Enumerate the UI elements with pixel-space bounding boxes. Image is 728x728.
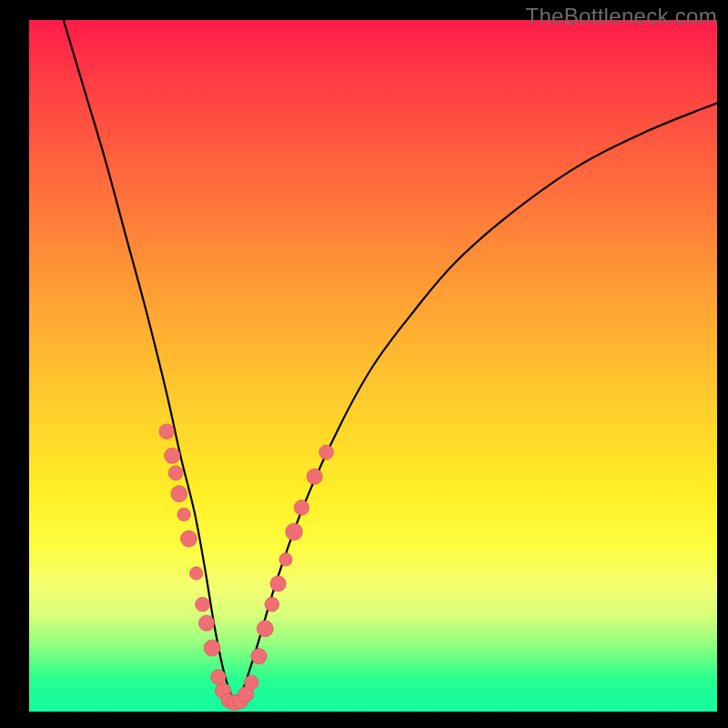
data-marker: [279, 553, 292, 566]
watermark-text: TheBottleneck.com: [525, 4, 717, 29]
data-marker: [159, 424, 175, 440]
data-marker: [294, 500, 309, 516]
data-marker: [180, 531, 197, 547]
data-marker: [190, 567, 203, 580]
data-marker: [319, 445, 334, 460]
plot-area: [29, 20, 717, 712]
data-marker: [177, 508, 190, 521]
data-marker: [198, 615, 214, 631]
data-marker: [165, 448, 180, 463]
data-marker: [168, 466, 183, 480]
chart-frame: TheBottleneck.com: [0, 0, 728, 728]
data-marker: [204, 640, 220, 656]
data-marker: [251, 649, 267, 664]
data-marker: [196, 597, 210, 612]
data-marker: [211, 670, 227, 685]
chart-svg: [29, 20, 717, 712]
data-marker: [286, 523, 303, 541]
data-marker: [270, 576, 286, 592]
data-marker: [265, 597, 279, 612]
marker-group: [159, 424, 334, 711]
data-marker: [307, 469, 322, 484]
data-marker: [171, 486, 187, 502]
data-marker: [244, 675, 258, 690]
curve-path: [64, 20, 717, 702]
data-marker: [257, 621, 273, 637]
